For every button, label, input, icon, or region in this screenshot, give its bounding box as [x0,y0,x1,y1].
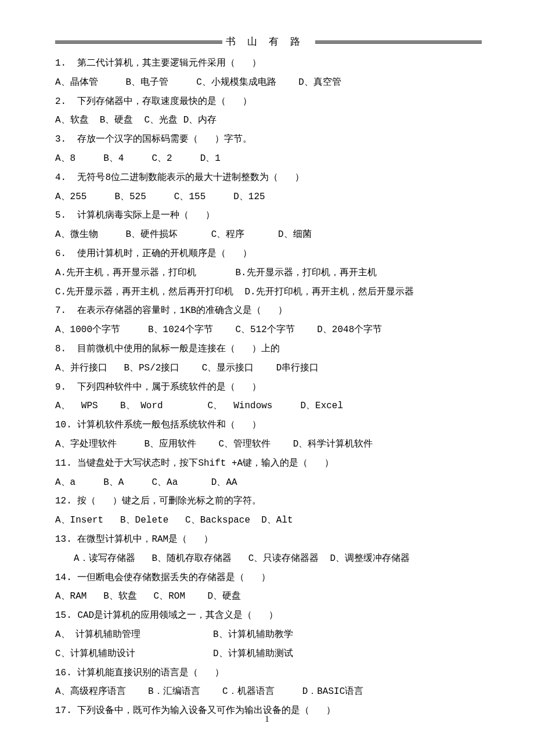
text-line: 4. 无符号8位二进制数能表示的最大十进制整数为（ ） [55,168,482,188]
text-line: 1. 第二代计算机，其主要逻辑元件采用（ ） [55,54,482,73]
page-header-title: 书山有路 [55,35,482,48]
page-number: 1 [0,714,534,724]
text-line: 10. 计算机软件系统一般包括系统软件和（ ） [55,416,482,435]
text-line: 8. 目前微机中使用的鼠标一般是连接在（ ）上的 [55,340,482,359]
text-line: A、高级程序语言 B．汇编语言 C．机器语言 D．BASIC语言 [55,682,482,701]
text-line: 13. 在微型计算机中，RAM是（ ） [55,530,482,549]
text-line: 15. CAD是计算机的应用领域之一，其含义是（ ） [55,606,482,625]
header-title-text: 书山有路 [222,36,315,47]
text-line: A、晶体管 B、电子管 C、小规模集成电路 D、真空管 [55,73,482,92]
text-line: A、8 B、4 C、2 D、1 [55,149,482,168]
text-line: A、1000个字节 B、1024个字节 C、512个字节 D、2048个字节 [55,321,482,340]
text-line: A、Insert B、Delete C、Backspace D、Alt [55,511,482,530]
text-line: A、微生物 B、硬件损坏 C、程序 D、细菌 [55,225,482,244]
text-line: A、字处理软件 B、应用软件 C、管理软件 D、科学计算机软件 [55,435,482,454]
text-line: 9. 下列四种软件中，属于系统软件的是（ ） [55,378,482,397]
text-line: 3. 存放一个汉字的国标码需要（ ）字节。 [55,130,482,149]
text-line: A、 WPS B、 Word C、 Windows D、Excel [55,397,482,416]
text-line: 16. 计算机能直接识别的语言是（ ） [55,664,482,683]
text-line: 12. 按（ ）键之后，可删除光标之前的字符。 [55,492,482,511]
header-container: 书山有路 [55,41,482,44]
text-line: A.先开主机，再开显示器，打印机 B.先开显示器，打印机，再开主机 [55,264,482,283]
text-line: 11. 当键盘处于大写状态时，按下Shift +A键，输入的是（ ） [55,454,482,473]
text-line: A、 计算机辅助管理 B、计算机辅助教学 [55,625,482,645]
text-line: A、RAM B、软盘 C、ROM D、硬盘 [55,587,482,606]
text-line: 5. 计算机病毒实际上是一种（ ） [55,206,482,225]
text-line: A、255 B、525 C、155 D、125 [55,188,482,207]
text-line: 14. 一但断电会使存储数据丢失的存储器是（ ） [55,568,482,588]
text-line: 2. 下列存储器中，存取速度最快的是（ ） [55,92,482,111]
document-page: 书山有路 1. 第二代计算机，其主要逻辑元件采用（ ）A、晶体管 B、电子管 C… [0,0,534,721]
text-line: A、a B、A C、Aa D、AA [55,473,482,492]
text-line: C、计算机辅助设计 D、计算机辅助测试 [55,645,482,664]
document-content: 1. 第二代计算机，其主要逻辑元件采用（ ）A、晶体管 B、电子管 C、小规模集… [55,54,482,721]
text-line: A、软盘 B、硬盘 C、光盘 D、内存 [55,111,482,130]
text-line: A、并行接口 B、PS/2接口 C、显示接口 D串行接口 [55,359,482,378]
text-line: 6. 使用计算机时，正确的开机顺序是（ ） [55,244,482,264]
text-line: 7. 在表示存储器的容量时，1KB的准确含义是（ ） [55,301,482,321]
text-line: A．读写存储器 B、随机存取存储器 C、只读存储器器 D、调整缓冲存储器 [55,549,482,568]
text-line: C.先开显示器，再开主机，然后再开打印机 D.先开打印机，再开主机，然后开显示器 [55,283,482,302]
